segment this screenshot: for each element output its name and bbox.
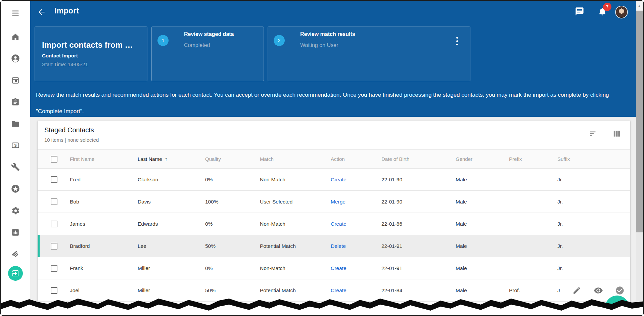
row-checkbox[interactable] (51, 176, 57, 183)
back-arrow-icon[interactable] (36, 7, 47, 17)
table-row[interactable]: Bob Davis 100% User Selected Merge 22-01… (38, 191, 630, 213)
kebab-menu-icon[interactable] (453, 34, 461, 48)
step2-status: Waiting on User (300, 42, 338, 48)
row-checkbox[interactable] (51, 198, 57, 205)
cell-quality: 0% (205, 221, 260, 227)
cell-first-name: Joel (70, 287, 138, 294)
sort-icon[interactable] (588, 128, 599, 139)
cell-suffix: Jr. (557, 243, 630, 249)
action-link[interactable]: Create (331, 287, 381, 294)
vertical-scrollbar[interactable]: ▲ (636, 1, 643, 316)
step1-card[interactable]: 1 Review staged data Completed (151, 27, 264, 81)
action-link[interactable]: Merge (331, 199, 381, 205)
cell-first-name: Bradford (70, 243, 138, 249)
app-window: $ Import (0, 0, 644, 316)
action-link[interactable]: Create (331, 177, 381, 183)
cell-first-name: Bob (70, 199, 138, 205)
scrollbar-thumb[interactable] (636, 11, 643, 232)
table-row[interactable]: Fred Clarkson 0% Non-Match Create 22-01-… (38, 169, 630, 191)
billing-icon[interactable]: $ (8, 138, 23, 152)
table-row-selected[interactable]: Bradford Lee 50% Potential Match Delete … (38, 235, 630, 257)
tasks-icon[interactable] (8, 95, 23, 109)
partners-handshake-icon[interactable] (8, 247, 23, 262)
cell-first-name: Fred (70, 177, 138, 183)
calendar-icon[interactable] (8, 73, 23, 88)
import-job-subtitle: Contact Import (42, 53, 78, 58)
header: Import 7 Import contacts from … Contact … (30, 1, 637, 117)
table-body: Fred Clarkson 0% Non-Match Create 22-01-… (38, 169, 630, 302)
import-active-icon[interactable] (8, 266, 23, 281)
row-checkbox[interactable] (51, 265, 57, 272)
col-match[interactable]: Match (260, 156, 331, 162)
cell-gender: Male (456, 243, 509, 249)
svg-text:$: $ (14, 143, 17, 148)
favorites-icon[interactable] (8, 181, 23, 196)
cell-dob: 22-01-86 (381, 221, 456, 227)
action-link[interactable]: Create (331, 265, 381, 271)
step1-number-badge: 1 (157, 35, 169, 46)
cell-first-name: James (70, 221, 138, 227)
page-title: Import (54, 6, 79, 15)
cell-last-name: Lee (138, 243, 205, 249)
col-first-name[interactable]: First Name (70, 156, 138, 162)
action-link[interactable]: Create (331, 221, 381, 227)
view-eye-icon[interactable] (594, 286, 603, 295)
sort-asc-icon: ↑ (165, 156, 168, 162)
table-title: Staged Contacts (44, 126, 94, 134)
cell-gender: Male (456, 265, 509, 271)
select-all-checkbox[interactable] (51, 156, 57, 163)
selection-summary: 10 items | none selected (44, 137, 99, 143)
col-suffix[interactable]: Suffix (557, 156, 630, 162)
edit-pencil-icon[interactable] (572, 286, 582, 295)
cell-last-name: Edwards (138, 221, 205, 227)
cell-gender: Male (456, 177, 509, 183)
col-gender[interactable]: Gender (456, 156, 509, 162)
col-action[interactable]: Action (331, 156, 381, 162)
cell-prefix: Prof. (509, 287, 557, 294)
action-link[interactable]: Delete (331, 243, 381, 249)
step2-title: Review match results (300, 31, 355, 37)
home-icon[interactable] (8, 30, 23, 44)
table-card-header: Staged Contacts 10 items | none selected (38, 121, 630, 150)
col-last-name[interactable]: Last Name↑ (138, 156, 205, 162)
cell-dob: 22-01-84 (381, 287, 456, 294)
col-prefix[interactable]: Prefix (509, 156, 557, 162)
import-bubble (8, 266, 23, 281)
documents-folder-icon[interactable] (8, 117, 23, 131)
cell-match: Non-Match (260, 265, 331, 271)
import-job-card[interactable]: Import contacts from … Contact Import St… (35, 27, 147, 81)
cell-last-name: Miller (138, 287, 205, 294)
chat-icon[interactable] (574, 6, 585, 17)
reports-icon[interactable] (8, 225, 23, 240)
import-job-title: Import contacts from … (42, 40, 133, 50)
cell-suffix: Jr. (557, 199, 630, 205)
step2-card[interactable]: 2 Review match results Waiting on User (268, 27, 470, 81)
menu-icon[interactable] (8, 6, 23, 20)
avatar[interactable] (615, 6, 628, 18)
accept-check-icon[interactable] (615, 286, 625, 295)
cell-last-name: Davis (138, 199, 205, 205)
cell-first-name: Frank (70, 265, 138, 271)
notification-badge: 7 (603, 3, 611, 11)
cell-gender: Male (456, 221, 509, 227)
row-checkbox[interactable] (51, 221, 57, 227)
table-row[interactable]: Frank Miller 0% Non-Match Create 22-01-9… (38, 257, 630, 279)
cell-quality: 50% (205, 287, 260, 294)
scroll-up-arrow-icon[interactable]: ▲ (636, 1, 643, 10)
table-row[interactable]: James Edwards 0% Non-Match Create 22-01-… (38, 213, 630, 235)
settings-icon[interactable] (8, 203, 23, 218)
cell-dob: 22-01-90 (381, 177, 456, 183)
cell-last-name: Clarkson (138, 177, 205, 183)
col-quality[interactable]: Quality (205, 156, 260, 162)
contacts-icon[interactable] (8, 51, 23, 66)
tools-icon[interactable] (8, 160, 23, 174)
step1-status: Completed (184, 42, 210, 48)
columns-icon[interactable] (611, 128, 623, 139)
row-checkbox[interactable] (51, 287, 57, 294)
table-row-hovered[interactable]: Joel Miller 50% Potential Match Create 2… (38, 279, 630, 302)
cell-suffix-with-actions: J (557, 286, 630, 295)
row-checkbox[interactable] (51, 243, 57, 250)
cell-match: Potential Match (260, 287, 331, 294)
cell-last-name: Miller (138, 265, 205, 271)
col-dob[interactable]: Date of Birth (381, 156, 456, 162)
